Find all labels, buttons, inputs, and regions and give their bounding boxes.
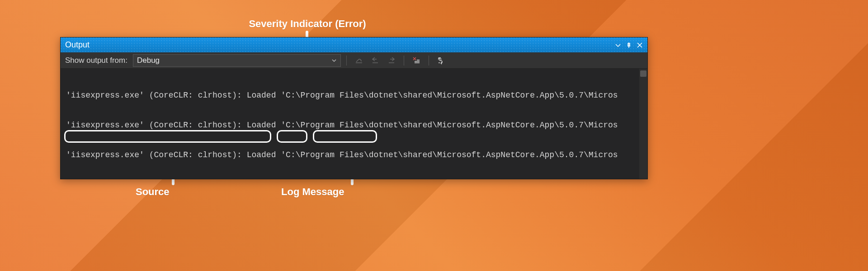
toggle-word-wrap-button[interactable]: ab bbox=[434, 54, 448, 67]
toolbar-separator bbox=[404, 56, 404, 65]
indent-right-button[interactable] bbox=[385, 54, 398, 67]
toolbar-separator bbox=[346, 56, 347, 65]
previous-message-button[interactable] bbox=[352, 54, 366, 67]
toolbar-separator bbox=[429, 56, 429, 65]
output-source-value: Debug bbox=[137, 56, 160, 65]
svg-text:ab: ab bbox=[438, 57, 442, 61]
callout-severity: Severity Indicator (Error) bbox=[244, 18, 371, 30]
output-toolbar: Show output from: Debug ab bbox=[61, 52, 647, 69]
window-dropdown-icon[interactable] bbox=[613, 40, 623, 50]
clear-all-button[interactable] bbox=[410, 54, 423, 67]
show-output-from-label: Show output from: bbox=[64, 56, 130, 65]
output-line: 'iisexpress.exe' (CoreCLR: clrhost): Loa… bbox=[66, 120, 647, 130]
callout-message: Log Message bbox=[281, 186, 344, 198]
output-line: 'iisexpress.exe' (CoreCLR: clrhost): Loa… bbox=[66, 150, 647, 160]
indent-left-button[interactable] bbox=[368, 54, 382, 67]
pin-icon[interactable] bbox=[624, 40, 634, 50]
output-text-area[interactable]: 'iisexpress.exe' (CoreCLR: clrhost): Loa… bbox=[61, 69, 647, 179]
output-line: 'iisexpress.exe' (CoreCLR: clrhost): Loa… bbox=[66, 90, 647, 100]
output-titlebar: Output bbox=[61, 37, 647, 52]
scrollbar-track[interactable] bbox=[639, 69, 647, 179]
output-title: Output bbox=[65, 40, 612, 50]
callout-source: Source bbox=[136, 186, 170, 198]
close-icon[interactable] bbox=[635, 40, 645, 50]
output-panel: Output Show output from: Debug ab 'iisex… bbox=[60, 37, 648, 179]
scrollbar-up-button[interactable] bbox=[640, 70, 646, 77]
chevron-down-icon bbox=[331, 58, 337, 63]
output-source-dropdown[interactable]: Debug bbox=[133, 54, 341, 67]
